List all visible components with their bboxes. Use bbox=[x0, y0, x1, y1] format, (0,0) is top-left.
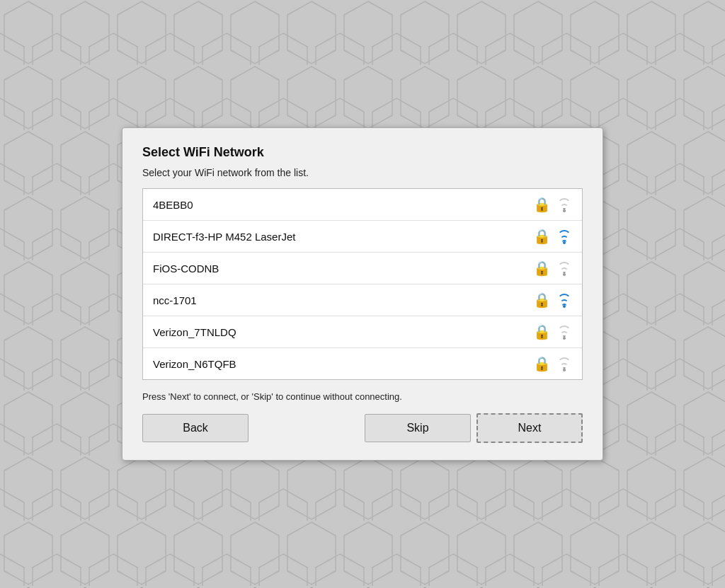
network-icons: 🔒 bbox=[533, 355, 572, 372]
network-name: ncc-1701 bbox=[153, 294, 533, 306]
footer-text: Press 'Next' to connect, or 'Skip' to co… bbox=[142, 391, 583, 402]
skip-button[interactable]: Skip bbox=[365, 414, 471, 442]
network-name: Verizon_N6TQFB bbox=[153, 358, 533, 370]
network-item[interactable]: Verizon_7TNLDQ🔒 bbox=[143, 316, 582, 348]
next-button[interactable]: Next bbox=[476, 413, 583, 443]
network-icons: 🔒 bbox=[533, 196, 572, 213]
network-icons: 🔒 bbox=[533, 228, 572, 245]
network-item[interactable]: Verizon_N6TQFB🔒 bbox=[143, 348, 582, 379]
lock-icon: 🔒 bbox=[533, 260, 551, 277]
network-name: 4BEBB0 bbox=[153, 199, 533, 211]
wifi-dialog: Select WiFi Network Select your WiFi net… bbox=[122, 127, 603, 461]
back-button[interactable]: Back bbox=[142, 414, 249, 442]
network-icons: 🔒 bbox=[533, 323, 572, 340]
network-name: DIRECT-f3-HP M452 LaserJet bbox=[153, 231, 533, 243]
dialog-title: Select WiFi Network bbox=[142, 145, 583, 160]
network-icons: 🔒 bbox=[533, 292, 572, 309]
wifi-signal-icon bbox=[556, 356, 572, 371]
dialog-subtitle: Select your WiFi network from the list. bbox=[142, 167, 583, 178]
wifi-signal-icon bbox=[556, 292, 572, 308]
wifi-signal-icon bbox=[556, 260, 572, 276]
wifi-signal-icon bbox=[556, 324, 572, 340]
network-icons: 🔒 bbox=[533, 260, 572, 277]
lock-icon: 🔒 bbox=[533, 228, 551, 245]
lock-icon: 🔒 bbox=[533, 323, 551, 340]
network-item[interactable]: FiOS-CODNB🔒 bbox=[143, 253, 582, 284]
lock-icon: 🔒 bbox=[533, 355, 551, 372]
lock-icon: 🔒 bbox=[533, 292, 551, 309]
lock-icon: 🔒 bbox=[533, 196, 551, 213]
network-list: 4BEBB0🔒 DIRECT-f3-HP M452 LaserJet🔒 FiOS… bbox=[142, 188, 583, 380]
network-item[interactable]: ncc-1701🔒 bbox=[143, 284, 582, 316]
network-item[interactable]: 4BEBB0🔒 bbox=[143, 189, 582, 221]
network-name: Verizon_7TNLDQ bbox=[153, 326, 533, 338]
wifi-signal-icon bbox=[556, 229, 572, 244]
wifi-signal-icon bbox=[556, 197, 572, 212]
network-item[interactable]: DIRECT-f3-HP M452 LaserJet🔒 bbox=[143, 221, 582, 253]
network-name: FiOS-CODNB bbox=[153, 263, 533, 275]
button-row: Back Skip Next bbox=[142, 413, 583, 443]
